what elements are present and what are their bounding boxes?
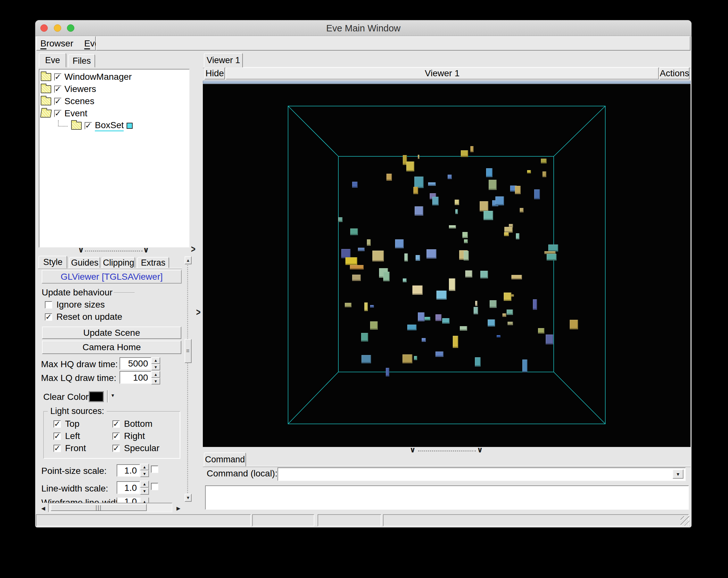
scene-box[interactable] (548, 244, 558, 252)
tree-item-label[interactable]: Event (64, 108, 87, 119)
scene-box[interactable] (403, 279, 407, 282)
dock-handle[interactable] (203, 81, 691, 84)
scene-box[interactable] (533, 299, 537, 310)
scene-box[interactable] (475, 301, 477, 306)
scene-box[interactable] (412, 286, 423, 295)
spin-up-icon[interactable]: ▲ (151, 371, 160, 378)
light-top-checkbox[interactable]: ✓Top (53, 419, 79, 429)
scene-box[interactable] (341, 249, 350, 258)
checkbox-icon[interactable]: ✓ (112, 432, 120, 440)
light-specular-checkbox[interactable]: ✓Specular (112, 443, 160, 453)
scene-box[interactable] (464, 251, 469, 261)
tab-guides[interactable]: Guides (69, 257, 100, 268)
spin-up-icon[interactable]: ▲ (140, 481, 149, 488)
scene-box[interactable] (504, 227, 513, 233)
tree-checkbox[interactable]: ✓ (54, 98, 61, 105)
tab-files[interactable]: Files (68, 54, 95, 68)
scene-box[interactable] (350, 265, 364, 269)
clear-color-swatch[interactable] (89, 391, 104, 402)
scene-box[interactable] (490, 300, 497, 308)
checkbox-icon[interactable]: ✓ (112, 445, 120, 452)
spin-up-icon[interactable]: ▲ (140, 498, 149, 503)
update-scene-button[interactable]: Update Scene (42, 326, 181, 339)
scene-box[interactable] (352, 182, 358, 188)
scene-box[interactable] (367, 239, 371, 246)
scene-box[interactable] (455, 209, 458, 214)
scroll-down-button[interactable]: ▼ (185, 494, 191, 502)
light-front-checkbox[interactable]: ✓Front (53, 443, 86, 453)
scene-box[interactable] (338, 217, 342, 222)
max-hq-stepper[interactable]: ▲ ▼ (151, 357, 160, 370)
scene-box[interactable] (415, 206, 423, 216)
scroll-thumb[interactable]: ≡ (185, 339, 191, 363)
splitter-chevron-icon[interactable]: ∨ (78, 246, 84, 254)
scene-box[interactable] (541, 159, 547, 163)
scene-box[interactable] (516, 233, 519, 239)
tree-checkbox[interactable]: ✓ (54, 85, 61, 93)
spin-down-icon[interactable]: ▼ (140, 470, 149, 477)
hscroll-thumb[interactable]: ||| (51, 504, 147, 511)
point-size-field[interactable]: 1.0 (116, 464, 140, 477)
tree-item-label[interactable]: WindowManager (64, 72, 132, 82)
tab-command[interactable]: Command (204, 452, 246, 467)
scene-box[interactable] (546, 335, 553, 344)
scene-box[interactable] (504, 232, 509, 236)
scene-box[interactable] (449, 225, 456, 229)
spin-up-icon[interactable]: ▲ (140, 464, 149, 470)
scroll-up-button[interactable]: ▲ (185, 256, 191, 264)
light-bottom-checkbox[interactable]: ✓Bottom (112, 419, 153, 429)
titlebar[interactable]: Eve Main Window (35, 20, 692, 36)
tree-item-boxset[interactable]: ✓BoxSet (55, 120, 133, 132)
scene-box[interactable] (484, 211, 493, 220)
tab-eve[interactable]: Eve (39, 53, 66, 68)
scroll-left-button[interactable]: ◀ (40, 504, 47, 512)
scene-box[interactable] (361, 333, 368, 342)
line-width-stepper[interactable]: ▲ ▼ (140, 481, 149, 495)
checkbox-icon[interactable]: ✓ (45, 313, 52, 321)
glviewer-button[interactable]: GLViewer [TGLSAViewer] (42, 270, 182, 284)
scene-box[interactable] (358, 248, 365, 251)
checkbox-icon[interactable]: ✓ (112, 420, 120, 428)
scene-box[interactable] (345, 257, 357, 265)
scene-box[interactable] (432, 197, 439, 205)
scene-box[interactable] (464, 239, 468, 243)
scene-box[interactable] (442, 318, 449, 323)
scene-box[interactable] (383, 272, 390, 281)
command-splitter-dots[interactable] (418, 450, 476, 451)
scene-box[interactable] (418, 155, 419, 159)
spin-down-icon[interactable]: ▼ (151, 364, 160, 371)
gl-viewport[interactable] (203, 84, 691, 447)
scene-box[interactable] (515, 186, 521, 194)
scene-box[interactable] (428, 182, 436, 186)
scene-box[interactable] (422, 338, 426, 342)
line-width-checkbox[interactable] (151, 483, 158, 490)
splitter-chevron-icon[interactable]: ∨ (477, 446, 483, 454)
scene-box[interactable] (345, 303, 352, 307)
scene-box[interactable] (449, 279, 455, 291)
camera-home-button[interactable]: Camera Home (42, 341, 181, 354)
scene-box[interactable] (402, 354, 412, 363)
tree-item-event[interactable]: ✓Event (41, 107, 87, 120)
scene-box[interactable] (406, 161, 414, 172)
wireframe-stepper[interactable]: ▲ (140, 498, 149, 503)
scene-box[interactable] (534, 189, 540, 199)
hide-button[interactable]: Hide (204, 67, 225, 79)
scene-box[interactable] (361, 355, 371, 363)
command-input[interactable]: ▼ (278, 468, 686, 481)
ignore-sizes-checkbox[interactable]: Ignore sizes (45, 299, 105, 310)
tree-item-windowmanager[interactable]: ✓WindowManager (41, 71, 132, 83)
line-width-field[interactable]: 1.0 (116, 481, 140, 494)
scene-box[interactable] (448, 175, 452, 179)
scene-box[interactable] (386, 368, 389, 376)
menu-item-browser[interactable]: Browser (41, 38, 73, 49)
scene-box[interactable] (512, 294, 514, 297)
scene-box[interactable] (350, 229, 358, 235)
tree-splitter-dots[interactable] (85, 251, 142, 252)
tab-style[interactable]: Style (38, 256, 67, 268)
scene-box[interactable] (461, 150, 468, 157)
scene-box[interactable] (436, 351, 443, 357)
scene-box[interactable] (512, 275, 522, 280)
light-right-checkbox[interactable]: ✓Right (112, 431, 145, 441)
scene-box[interactable] (543, 172, 546, 177)
scene-box[interactable] (414, 356, 417, 360)
